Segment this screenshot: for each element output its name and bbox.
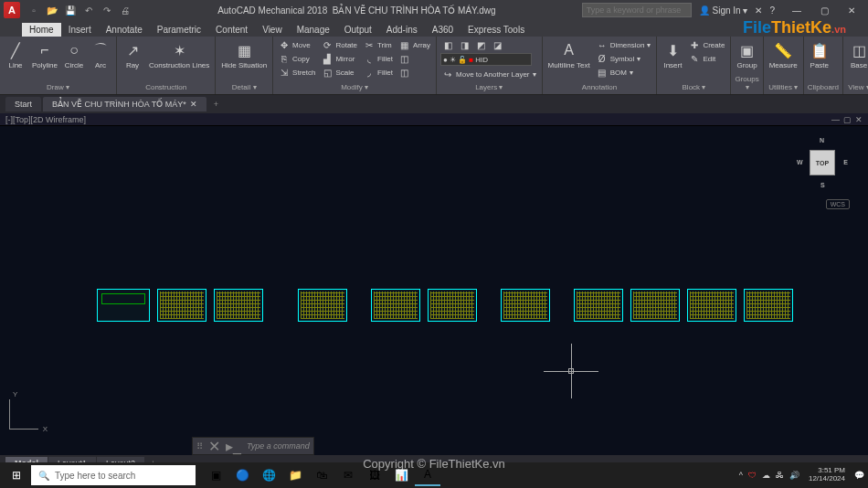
vp-close-icon[interactable]: ✕ xyxy=(855,115,863,124)
copy-button[interactable]: ⎘Copy xyxy=(277,52,317,65)
panel-detail-label[interactable]: Detail ▾ xyxy=(219,82,269,92)
tray-network-icon[interactable]: 🖧 xyxy=(776,471,784,480)
hide-situation-button[interactable]: ▦Hide Situation xyxy=(219,38,269,71)
panel-draw-label[interactable]: Draw ▾ xyxy=(4,82,112,92)
viewcube-face[interactable]: TOP xyxy=(810,150,835,175)
drawing-sheet[interactable] xyxy=(744,289,793,322)
taskbar-copilot-icon[interactable]: 🔵 xyxy=(229,464,255,486)
panel-block-label[interactable]: Block ▾ xyxy=(661,82,726,92)
fillet-button[interactable]: ◟Fillet xyxy=(362,52,395,65)
panel-view-label[interactable]: View ▾ xyxy=(847,82,868,92)
ribbon-tab-manage[interactable]: Manage xyxy=(290,23,337,37)
taskbar-autocad-icon[interactable]: A xyxy=(415,464,440,486)
viewcube-s[interactable]: S xyxy=(820,182,825,188)
drawing-canvas[interactable]: N S E W TOP WCS Y X xyxy=(0,126,868,437)
create-block-button[interactable]: ✚Create xyxy=(687,38,726,51)
taskbar-store-icon[interactable]: 🛍 xyxy=(309,464,334,486)
cmdline-handle-icon[interactable]: ⠿ xyxy=(196,441,203,451)
view-cube[interactable]: N S E W TOP xyxy=(795,135,850,190)
modify-misc2[interactable]: ◫ xyxy=(397,66,432,79)
drawing-sheet[interactable] xyxy=(687,289,736,322)
symbol-button[interactable]: ØSymbol ▾ xyxy=(595,52,653,65)
dimension-button[interactable]: ↔Dimension ▾ xyxy=(595,38,653,51)
drawing-sheet[interactable] xyxy=(298,289,347,322)
drawing-sheet[interactable] xyxy=(428,289,477,322)
help-search-input[interactable] xyxy=(582,3,692,17)
edit-block-button[interactable]: ✎Edit xyxy=(687,52,726,65)
panel-layers-label[interactable]: Layers ▾ xyxy=(440,82,538,92)
start-button[interactable]: ⊞ xyxy=(4,464,29,486)
ribbon-tab-view[interactable]: View xyxy=(255,23,290,37)
panel-groups-label[interactable]: Groups ▾ xyxy=(735,74,758,92)
file-tab-start[interactable]: Start xyxy=(5,97,41,111)
ray-button[interactable]: ↗Ray xyxy=(121,38,144,71)
vp-maximize-icon[interactable]: ▢ xyxy=(843,115,852,124)
ribbon-tab-express[interactable]: Express Tools xyxy=(460,23,532,37)
base-button[interactable]: ◫Base xyxy=(847,38,868,71)
tray-chevron-icon[interactable]: ^ xyxy=(739,471,743,480)
tray-shield-icon[interactable]: 🛡 xyxy=(748,471,757,480)
taskbar-mail-icon[interactable]: ✉ xyxy=(335,464,361,486)
vp-minimize-icon[interactable]: — xyxy=(831,115,840,124)
qat-new-icon[interactable]: ▫ xyxy=(27,4,40,16)
close-tab-icon[interactable]: ✕ xyxy=(190,100,197,109)
taskbar-search[interactable]: 🔍 Type here to search xyxy=(31,465,196,485)
help-icon[interactable]: ? xyxy=(769,5,775,16)
file-tab-current[interactable]: BẢN VẼ CHU TRÌNH HÒA TỐ MÁY*✕ xyxy=(43,97,206,111)
array-button[interactable]: ▦Array xyxy=(397,38,432,51)
qat-print-icon[interactable]: 🖨 xyxy=(119,4,132,16)
layer-dropdown[interactable]: ● ☀ 🔓 ■ HID xyxy=(440,53,532,66)
wcs-label[interactable]: WCS xyxy=(826,199,850,209)
drawing-sheet[interactable] xyxy=(501,289,550,322)
command-prompt[interactable]: Type a command xyxy=(247,441,310,451)
ribbon-tab-annotate[interactable]: Annotate xyxy=(99,23,150,37)
ribbon-tab-output[interactable]: Output xyxy=(337,23,379,37)
layer-btn1[interactable]: ◧ xyxy=(440,38,455,51)
measure-button[interactable]: 📏Measure xyxy=(767,38,799,71)
close-button[interactable]: ✕ xyxy=(839,1,864,19)
maximize-button[interactable]: ▢ xyxy=(811,1,837,19)
cmdline-chevron-icon[interactable]: ▸_ xyxy=(226,438,241,455)
rotate-button[interactable]: ⟳Rotate xyxy=(320,38,359,51)
command-line[interactable]: ⠿ ✕ ▸_ Type a command xyxy=(192,437,314,455)
move-to-layer-button[interactable]: ↪Move to Another Layer ▾ xyxy=(440,68,538,80)
circle-button[interactable]: ○Circle xyxy=(62,38,86,71)
task-view-icon[interactable]: ▣ xyxy=(203,464,228,486)
ribbon-tab-home[interactable]: Home xyxy=(22,23,61,37)
tray-volume-icon[interactable]: 🔊 xyxy=(789,471,799,480)
new-tab-button[interactable]: + xyxy=(208,100,224,109)
trim-button[interactable]: ✂Trim xyxy=(362,38,395,51)
construction-lines-button[interactable]: ✶Construction Lines xyxy=(147,38,211,71)
group-button[interactable]: ▣Group xyxy=(735,38,758,71)
drawing-sheet[interactable] xyxy=(630,289,680,322)
ribbon-tab-addins[interactable]: Add-ins xyxy=(379,23,425,37)
drawing-sheet[interactable] xyxy=(574,289,623,322)
layer-btn4[interactable]: ◪ xyxy=(490,38,504,51)
qat-undo-icon[interactable]: ↶ xyxy=(82,4,95,16)
mirror-button[interactable]: ▟Mirror xyxy=(320,52,359,65)
line-button[interactable]: ╱Line xyxy=(4,38,27,71)
layer-btn3[interactable]: ◩ xyxy=(473,38,488,51)
fillet2-button[interactable]: ◞Fillet xyxy=(362,66,395,79)
viewcube-w[interactable]: W xyxy=(797,159,803,165)
taskbar-photos-icon[interactable]: 🖼 xyxy=(362,464,387,486)
layer-btn2[interactable]: ◨ xyxy=(457,38,471,51)
modify-misc1[interactable]: ◫ xyxy=(397,52,432,65)
scale-button[interactable]: ◱Scale xyxy=(320,66,359,79)
ribbon-tab-content[interactable]: Content xyxy=(208,23,255,37)
drawing-sheet[interactable] xyxy=(371,289,420,322)
signin-button[interactable]: 👤 Sign In ▾ xyxy=(699,5,748,16)
taskbar-explorer-icon[interactable]: 📁 xyxy=(282,464,308,486)
app-logo[interactable]: A xyxy=(4,2,20,18)
cmdline-close-icon[interactable]: ✕ xyxy=(208,438,220,455)
paste-button[interactable]: 📋Paste xyxy=(808,38,831,71)
minimize-button[interactable]: — xyxy=(784,1,810,19)
drawing-sheet[interactable] xyxy=(157,289,206,322)
move-button[interactable]: ✥Move xyxy=(277,38,317,51)
viewport-label[interactable]: [-][Top][2D Wireframe] xyxy=(5,115,86,124)
qat-save-icon[interactable]: 💾 xyxy=(64,4,77,16)
taskbar-edge-icon[interactable]: 🌐 xyxy=(256,464,281,486)
polyline-button[interactable]: ⌐Polyline xyxy=(30,38,59,71)
ribbon-tab-a360[interactable]: A360 xyxy=(425,23,460,37)
panel-modify-label[interactable]: Modify ▾ xyxy=(277,82,432,92)
